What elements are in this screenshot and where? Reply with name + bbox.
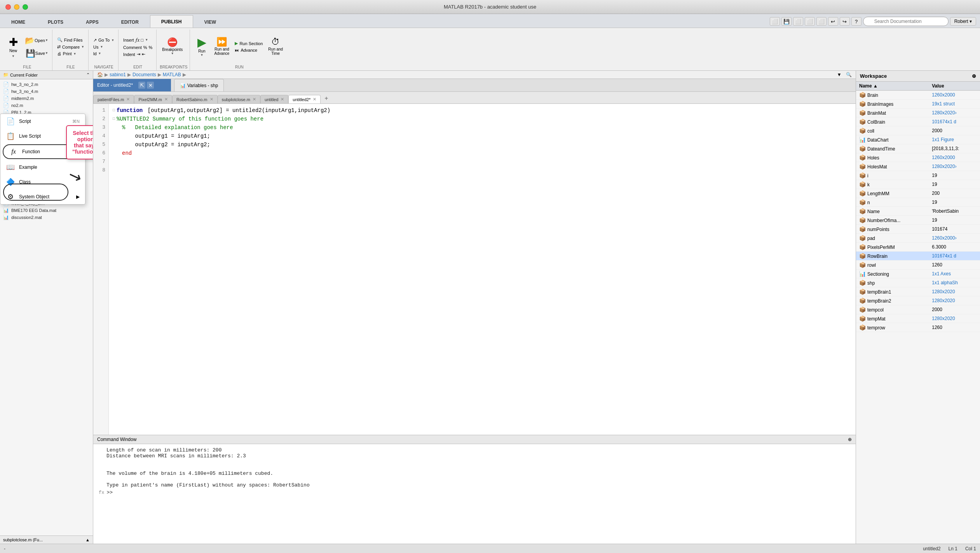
ws-value-8[interactable]: 1280x2020› (929, 162, 980, 171)
open-button[interactable]: 📂 Open ▼ (23, 34, 50, 47)
workspace-row-11[interactable]: 📦LengthMM200 (856, 189, 980, 198)
workspace-row-19[interactable]: 📦rowl1260 (856, 261, 980, 270)
toolbar-icon-3[interactable]: ⬜ (793, 17, 803, 26)
minimize-button[interactable] (14, 4, 19, 10)
run-button[interactable]: ▶ Run ▼ (193, 35, 210, 58)
toolbar-icon-1[interactable]: ⬜ (770, 17, 780, 26)
toolbar-icon-5[interactable]: ⬜ (816, 17, 827, 26)
insert-button[interactable]: Insert 𝑓𝑥 □ ▼ (122, 36, 154, 44)
file-item-2[interactable]: 📄midterm2.m (0, 95, 93, 102)
toolbar-icon-redo[interactable]: ↪ (840, 17, 850, 26)
path-part2[interactable]: Documents (133, 72, 156, 77)
tab-patient-files-close[interactable]: ✕ (126, 97, 130, 102)
workspace-row-1[interactable]: 📦BrainImages19x1 struct (856, 100, 980, 108)
tab-subplotclose[interactable]: subplotclose.m ✕ (218, 95, 260, 103)
workspace-row-12[interactable]: 📦n19 (856, 198, 980, 207)
variables-tab[interactable]: 📊 Variables - shp (174, 79, 224, 91)
path-part3[interactable]: MATLAB (163, 72, 181, 77)
toolbar-icon-2[interactable]: 💾 (781, 17, 792, 26)
tab-robertsabino-close[interactable]: ✕ (210, 97, 213, 102)
workspace-row-15[interactable]: 📦numPoints101674 (856, 225, 980, 234)
editor-undock-button[interactable]: ⇱ (138, 82, 145, 89)
ws-value-5[interactable]: 1x1 Figure (929, 135, 980, 144)
ws-value-1[interactable]: 19x1 struct (929, 100, 980, 108)
file-item-1[interactable]: 📄hw_3_no_4.m (0, 88, 93, 95)
toolbar-icon-help[interactable]: ? (851, 17, 861, 26)
tab-untitled2-close[interactable]: ✕ (313, 97, 316, 102)
tab-subplotclose-close[interactable]: ✕ (253, 97, 256, 102)
tab-add-button[interactable]: + (321, 93, 332, 103)
workspace-row-0[interactable]: 📦Brain1260x2000 (856, 91, 980, 100)
ws-value-16[interactable]: 1260x2000› (929, 234, 980, 243)
maximize-button[interactable] (23, 4, 28, 10)
workspace-row-10[interactable]: 📦k19 (856, 180, 980, 189)
ws-value-25[interactable]: 1280x2020 (929, 314, 980, 323)
ws-value-22[interactable]: 1280x2020 (929, 287, 980, 296)
run-time-button[interactable]: ⏱ Run and Time (266, 36, 285, 57)
workspace-table[interactable]: Name ▲ Value 📦Brain1260x2000📦BrainImages… (856, 82, 980, 544)
run-advance-button[interactable]: ⏩ Run and Advance (212, 36, 232, 57)
workspace-row-13[interactable]: 📦Name'RobertSabin (856, 207, 980, 216)
tab-untitled-close[interactable]: ✕ (281, 97, 284, 102)
workspace-row-25[interactable]: 📦tempMat1280x2020 (856, 314, 980, 323)
go-to-button[interactable]: ↗ Go To ▼ (92, 37, 116, 44)
workspace-row-24[interactable]: 📦tempcol2000 (856, 305, 980, 314)
find-files-button[interactable]: 🔍 Find Files (56, 37, 86, 43)
workspace-row-20[interactable]: 📊Sectioning1x1 Axes (856, 270, 980, 278)
tab-pixel2mm[interactable]: Pixel2MM.m ✕ (134, 95, 172, 103)
comment-button[interactable]: Comment % % (122, 44, 154, 51)
path-part1[interactable]: sabino1 (110, 72, 126, 77)
run-section-button[interactable]: ▶ Run Section (233, 40, 264, 47)
ws-col-name[interactable]: Name ▲ (856, 82, 929, 91)
workspace-row-5[interactable]: 📊DataChart1x1 Figure (856, 135, 980, 144)
tab-untitled2[interactable]: untitled2* ✕ (288, 95, 321, 103)
workspace-expand-icon[interactable]: ⊕ (972, 73, 976, 79)
tab-patient-files[interactable]: patientFiles.m ✕ (93, 95, 134, 103)
tab-home[interactable]: HOME (0, 16, 37, 28)
file-item-18[interactable]: 📊BME170 EEG Data.mat (0, 207, 93, 214)
file-item-0[interactable]: 📄hw_3_no_2.m (0, 81, 93, 88)
ws-value-7[interactable]: 1260x2000 (929, 153, 980, 162)
ws-value-21[interactable]: 1x1 alphaSh (929, 278, 980, 287)
tab-plots[interactable]: PLOTS (37, 16, 75, 28)
workspace-row-4[interactable]: 📦coll2000 (856, 126, 980, 135)
ws-col-value[interactable]: Value (929, 82, 980, 91)
code-content[interactable]: □ function [outputArg1,outputArg2] = unt… (109, 104, 856, 435)
new-button[interactable]: ✚ New (5, 35, 22, 54)
ws-value-20[interactable]: 1x1 Axes (929, 270, 980, 278)
tab-untitled[interactable]: untitled ✕ (260, 95, 288, 103)
file-item-3[interactable]: 📄no2.m (0, 102, 93, 109)
workspace-row-23[interactable]: 📦tempBrain21280x2020 (856, 296, 980, 305)
command-content[interactable]: Length of one scan in millimeters: 200 D… (93, 444, 856, 544)
close-button[interactable] (5, 4, 11, 10)
tab-apps[interactable]: APPS (75, 16, 110, 28)
ws-value-3[interactable]: 101674x1 d (929, 117, 980, 126)
path-dropdown-icon[interactable]: ▼ (837, 72, 842, 77)
new-dropdown-arrow[interactable]: ▼ (12, 54, 15, 58)
workspace-row-22[interactable]: 📦tempBrain11280x2020 (856, 287, 980, 296)
workspace-row-2[interactable]: 📦BrainMat1280x2020› (856, 108, 980, 117)
workspace-row-18[interactable]: 📦RowBrain101674x1 d (856, 252, 980, 261)
workspace-row-17[interactable]: 📦PixelsPerMM6.3000 (856, 243, 980, 252)
workspace-row-8[interactable]: 📦HolesMat1280x2020› (856, 162, 980, 171)
print-button[interactable]: 🖨 Print ▼ (56, 51, 86, 57)
tab-robertsabino[interactable]: RobertSabino.m ✕ (172, 95, 218, 103)
editor-close-button[interactable]: ✕ (147, 82, 154, 89)
save-button[interactable]: 💾 Save ▼ (23, 47, 50, 60)
command-expand-icon[interactable]: ⊕ (848, 437, 852, 442)
toolbar-icon-undo[interactable]: ↩ (828, 17, 838, 26)
collapse-1[interactable]: □ (113, 106, 115, 115)
ws-value-18[interactable]: 101674x1 d (929, 252, 980, 261)
ld-button[interactable]: ld ▼ (92, 51, 116, 57)
workspace-row-7[interactable]: 📦Holes1260x2000 (856, 153, 980, 162)
ws-value-2[interactable]: 1280x2020› (929, 108, 980, 117)
indent-button[interactable]: Indent ⇥ ⇤ (122, 51, 154, 58)
advance-button[interactable]: ⏭ Advance (233, 47, 264, 53)
collapse-2[interactable]: □ (113, 115, 115, 123)
us-button[interactable]: Us ▼ (92, 44, 116, 50)
toolbar-icon-4[interactable]: ⬜ (805, 17, 815, 26)
sidebar-footer-arrow[interactable]: ▲ (85, 537, 90, 542)
workspace-row-6[interactable]: 📦DateandTime[2018,3,11,3: (856, 144, 980, 153)
ws-value-0[interactable]: 1260x2000 (929, 91, 980, 100)
workspace-row-3[interactable]: 📦ColBrain101674x1 d (856, 117, 980, 126)
